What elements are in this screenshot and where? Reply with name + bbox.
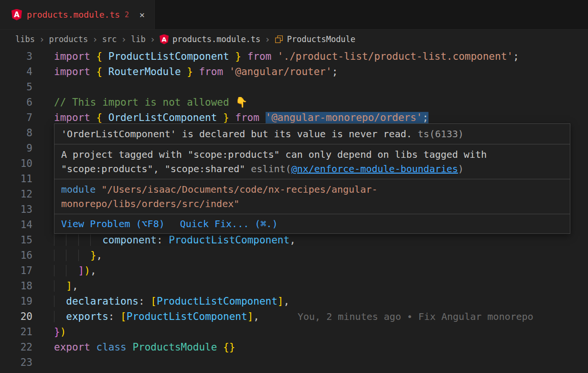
code-line[interactable]: 6// This import is not allowed 👇 [0,95,588,110]
code-content: export class ProductsModule {} [54,340,235,355]
code-token: './product-list/product-list.component' [278,51,513,62]
line-number[interactable]: 16 [0,248,32,263]
code-line[interactable]: 21}) [0,324,588,340]
line-number[interactable]: 6 [0,95,32,110]
breadcrumb: libs›products›src›lib›Aproducts.module.t… [0,30,588,49]
code-line[interactable]: 22export class ProductsModule {} [0,340,588,355]
code-token: from [193,66,229,77]
code-line[interactable]: 17 ]), [0,263,588,278]
code-token: export [54,341,96,353]
code-token: ProductsModule [132,341,217,353]
class-symbol-icon [275,35,283,44]
code-token: , [289,234,296,246]
code-token: declarations [66,296,139,307]
eslint-source-open: eslint( [251,163,291,175]
code-token: } [229,51,241,62]
tab-error-count-badge: 2 [125,11,129,19]
code-token: ] [78,265,85,276]
code-token: ; [422,112,428,123]
breadcrumb-separator-icon: › [121,34,126,44]
line-number[interactable]: 10 [0,156,32,171]
code-token: import [54,112,96,123]
code-token: ] [247,311,254,322]
breadcrumb-separator-icon: › [150,34,155,44]
code-content: }, [54,248,102,263]
code-token: ] [66,280,72,292]
line-number[interactable]: 9 [0,141,32,156]
line-number[interactable]: 18 [0,278,32,294]
indent-guide [78,250,90,261]
tab-close-icon[interactable]: ✕ [139,10,145,20]
code-content: import { RouterModule } from '@angular/r… [54,64,338,79]
angular-icon: A [160,34,169,44]
code-line[interactable]: 5 [0,79,588,95]
code-line[interactable]: 18 ], [0,278,588,294]
vscode-window: A products.module.ts 2 ✕ libs›products›s… [0,0,588,373]
line-number[interactable]: 15 [0,232,32,248]
code-token: } [90,250,96,261]
code-line[interactable]: 16 }, [0,248,588,263]
code-line[interactable]: 15 component: ProductListComponent, [0,232,588,248]
breadcrumb-item[interactable]: libs [15,34,35,44]
git-blame-annotation: You, 2 minutes ago • Fix Angular monorep… [298,311,534,322]
indent-guide [54,250,66,261]
code-token: component [102,234,157,246]
code-line[interactable]: 20 exports: [ProductListComponent],You, … [0,309,588,324]
module-path-line1: "/Users/isaac/Documents/code/nx-recipes/… [101,184,377,195]
code-token: ProductListComponent [108,51,229,62]
line-number[interactable]: 5 [0,79,32,95]
code-token: ProductListComponent [169,234,289,246]
breadcrumb-item[interactable]: lib [131,34,146,44]
eslint-rule-link[interactable]: @nx/enforce-module-boundaries [291,163,458,175]
ts-error-code: ts(6133) [418,128,464,140]
breadcrumb-item[interactable]: src [102,34,117,44]
view-problem-action[interactable]: View Problem (⌥F8) [61,217,165,231]
module-info-line2: monorepo/libs/orders/src/index" [61,197,563,211]
ts-error-message: 'OrderListComponent' is declared but its… [61,128,412,140]
line-number[interactable]: 4 [0,64,32,79]
line-number[interactable]: 7 [0,110,32,125]
line-number[interactable]: 13 [0,202,32,217]
line-number[interactable]: 14 [0,217,32,232]
line-number[interactable]: 12 [0,186,32,202]
code-token: , [90,265,96,276]
eslint-message-line2: "scope:products", "scope:shared" eslint(… [61,162,563,176]
code-line[interactable]: 4import { RouterModule } from '@angular/… [0,64,588,79]
breadcrumb-item[interactable]: products [49,34,88,44]
tab-title: products.module.ts [27,10,120,20]
code-token: [ [150,296,157,307]
code-token: exports [66,311,108,322]
code-line[interactable]: 19 declarations: [ProductListComponent], [0,294,588,309]
line-number[interactable]: 19 [0,294,32,309]
code-line[interactable]: 3import { ProductListComponent } from '.… [0,49,588,64]
line-number[interactable]: 21 [0,324,32,340]
breadcrumb-item[interactable]: Aproducts.module.ts [160,34,260,44]
breadcrumb-item[interactable]: ProductsModule [275,34,355,44]
indent-guide [54,265,66,276]
line-number[interactable]: 20 [0,309,32,324]
breadcrumb-separator-icon: › [265,34,270,44]
indent-guide [66,234,78,246]
code-token: , [284,296,290,307]
line-number[interactable]: 23 [0,355,32,370]
editor[interactable]: 3import { ProductListComponent } from '.… [0,49,588,373]
tab-products-module[interactable]: A products.module.ts 2 ✕ [0,0,155,29]
code-content: exports: [ProductListComponent],You, 2 m… [54,309,534,324]
code-token: ) [60,326,66,338]
quick-fix-action[interactable]: Quick Fix... (⌘.) [180,217,278,231]
line-number[interactable]: 11 [0,171,32,186]
code-token: OrderListComponent [108,112,217,123]
line-number[interactable]: 22 [0,340,32,355]
eslint-message-line1: A project tagged with "scope:products" c… [61,147,563,162]
code-line[interactable]: 23 [0,355,588,370]
diagnostic-hover-popup: 'OrderListComponent' is declared but its… [54,123,570,234]
code-token: ProductListComponent [127,311,247,322]
line-number[interactable]: 3 [0,49,32,64]
line-number[interactable]: 8 [0,125,32,141]
code-token: , [72,280,78,292]
eslint-message-line2-text: "scope:products", "scope:shared" [61,163,251,175]
breadcrumb-label: products.module.ts [172,34,260,44]
indent-guide [54,280,66,292]
line-number[interactable]: 17 [0,263,32,278]
ts-error-section: 'OrderListComponent' is declared but its… [54,124,570,144]
